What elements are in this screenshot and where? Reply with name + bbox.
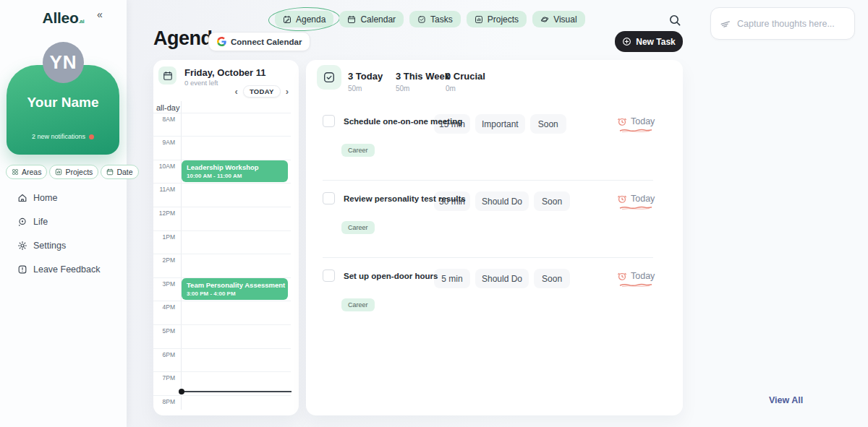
life-icon [17,217,27,227]
grid-vertical-divider [181,101,182,410]
hour-label-9am: 9AM [153,139,175,146]
event-title: Team Personality Assessment [187,281,283,289]
hour-line [153,348,291,349]
due-underline-squiggle [619,283,652,288]
stat-duration: 50m [348,85,383,92]
sidebar-item-home[interactable]: Home [17,192,100,203]
sidebar-item-leave-feedback[interactable]: Leave Feedback [17,264,100,275]
tab-tasks[interactable]: Tasks [409,11,461,27]
calendar-panel: Friday, October 11 0 event left ‹ TODAY … [153,60,299,415]
task-stat: 0 Crucial 0m [446,71,485,92]
tab-bar: AgendaCalendarTasksProjectsVisual [275,11,585,27]
tag-career[interactable]: Career [341,144,375,157]
settings-icon [17,241,27,251]
calendar-event[interactable]: Team Personality Assessment 3:00 PM - 4:… [182,278,288,300]
avatar[interactable]: YN [43,42,84,83]
task-tags: Career [341,298,375,311]
task-title[interactable]: Set up open-door hours [344,272,438,280]
alarm-icon [617,116,627,126]
hour-label-8pm: 8PM [153,398,175,405]
hour-line [153,254,291,254]
alarm-icon [617,194,627,204]
timing-chip[interactable]: Soon [534,269,570,288]
task-title[interactable]: Review personality test results [344,194,466,203]
task-checkbox[interactable] [323,115,335,127]
priority-chip[interactable]: Should Do [475,191,529,211]
priority-chip[interactable]: Should Do [475,269,529,288]
projects-mini-icon [55,168,62,176]
due-label: Today [631,194,655,204]
stat-title: 3 This Week [396,71,450,82]
hour-label-5pm: 5PM [153,327,175,335]
areas-icon [12,168,19,176]
alleo-logo[interactable]: Alleo.ai [0,9,127,27]
stat-title: 3 Today [348,71,383,82]
event-title: Leadership Workshop [187,163,283,171]
task-title[interactable]: Schedule one-on-one meeting [344,117,462,126]
sidebar: Alleo.ai « YN Your Name 2 new notificati… [0,0,127,427]
calendar-event[interactable]: Leadership Workshop 10:00 AM - 11:00 AM [182,160,288,182]
timing-chip[interactable]: Soon [534,191,570,211]
tab-visual[interactable]: Visual [532,11,584,27]
task-row: Schedule one-on-one meeting 15 min Impor… [306,114,683,186]
capture-input[interactable] [737,19,846,29]
due-underline-squiggle [619,206,652,210]
hour-line [153,183,291,184]
hour-label-3pm: 3PM [153,280,175,288]
task-divider [323,257,653,258]
task-stat: 3 Today 50m [348,71,383,92]
task-tags: Career [341,144,375,157]
tab-calendar[interactable]: Calendar [339,11,404,27]
tab-agenda[interactable]: Agenda [275,11,333,27]
task-stat: 3 This Week 50m [396,71,450,92]
hour-label-7pm: 7PM [153,374,175,381]
hour-label-1pm: 1PM [153,233,175,241]
home-icon [17,193,27,203]
sidebar-filter-pills: AreasProjectsDate [6,165,139,179]
filter-pill-areas[interactable]: Areas [6,165,47,179]
notifications-text: 2 new notifications [7,133,119,140]
hour-label-2pm: 2PM [153,256,175,264]
sidebar-collapse-icon[interactable]: « [97,9,103,20]
search-icon[interactable] [668,14,681,27]
priority-chip[interactable]: Important [475,114,525,134]
task-checkbox[interactable] [323,192,335,204]
duration-chip[interactable]: 5 min [434,269,470,288]
calendar-icon [347,15,356,24]
event-time: 3:00 PM - 4:00 PM [187,290,283,297]
sidebar-item-life[interactable]: Life [17,216,100,227]
hour-line [153,113,291,113]
tag-career[interactable]: Career [341,221,375,234]
app-root: Alleo.ai « YN Your Name 2 new notificati… [0,0,868,427]
all-day-label: all-day [156,103,179,112]
hour-label-12pm: 12PM [153,210,175,217]
task-checkbox[interactable] [323,269,335,282]
google-icon [217,37,226,46]
tag-career[interactable]: Career [341,298,375,311]
hour-label-10am: 10AM [153,163,175,170]
new-task-button[interactable]: New Task [615,31,683,52]
hour-label-6pm: 6PM [153,351,175,358]
stat-title: 0 Crucial [446,71,485,82]
current-time-line [182,391,292,392]
hour-line [153,230,291,231]
filter-pill-date[interactable]: Date [101,165,138,179]
task-due[interactable]: Today [617,116,655,126]
connect-calendar-button[interactable]: Connect Calendar [208,32,310,51]
view-all-link[interactable]: View All [769,395,803,405]
sidebar-item-settings[interactable]: Settings [17,240,100,251]
check-square-icon [323,71,336,84]
task-row: Review personality test results 30 min S… [306,191,683,264]
stat-duration: 50m [396,85,450,92]
user-name: Your Name [7,95,119,111]
timing-chip[interactable]: Soon [530,114,566,134]
hour-line [153,207,291,207]
hour-line [153,301,291,301]
task-due[interactable]: Today [617,271,655,281]
current-time-dot [179,389,184,394]
task-due[interactable]: Today [617,194,655,204]
date-icon [106,168,114,176]
filter-pill-projects[interactable]: Projects [49,165,98,179]
due-label: Today [631,116,655,126]
tab-projects[interactable]: Projects [467,11,527,27]
